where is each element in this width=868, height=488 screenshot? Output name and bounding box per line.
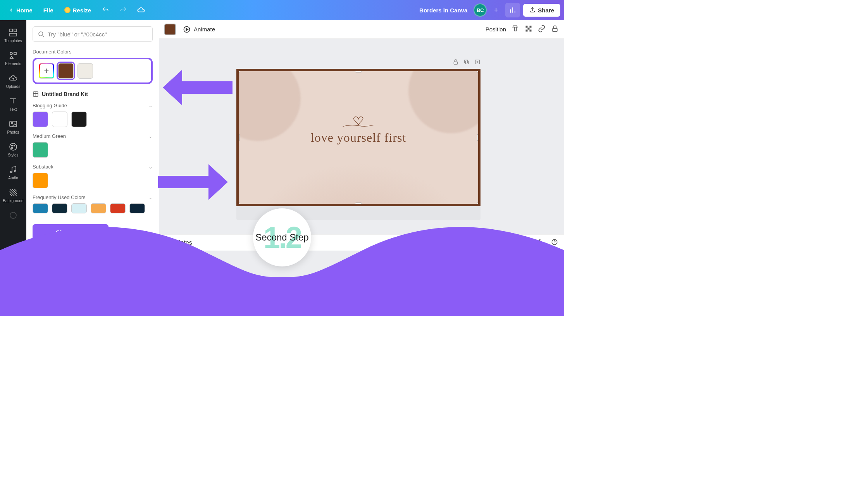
resize-handle[interactable] xyxy=(477,69,480,73)
svg-rect-26 xyxy=(465,60,468,63)
freq-swatch[interactable] xyxy=(91,203,106,213)
resize-handle[interactable] xyxy=(236,69,240,73)
svg-rect-24 xyxy=(454,62,457,64)
brand-kit-header[interactable]: Untitled Brand Kit xyxy=(33,91,153,97)
svg-point-6 xyxy=(11,122,13,124)
svg-point-3 xyxy=(10,52,12,55)
brand-kit-icon xyxy=(33,91,39,97)
search-icon xyxy=(38,31,45,38)
palette-swatch[interactable] xyxy=(33,142,48,158)
resize-handle[interactable] xyxy=(477,202,480,206)
redo-button[interactable] xyxy=(119,6,127,14)
animate-button[interactable]: Animate xyxy=(183,26,215,33)
resize-label: Resize xyxy=(73,7,91,14)
crown-icon xyxy=(64,7,71,13)
document-color-swatch[interactable] xyxy=(78,63,93,79)
rail-styles[interactable]: Styles xyxy=(0,138,26,161)
freq-swatch[interactable] xyxy=(110,203,126,213)
svg-rect-25 xyxy=(465,61,468,64)
notes-icon xyxy=(165,239,172,246)
palette-swatch[interactable] xyxy=(33,173,48,188)
link-icon[interactable] xyxy=(538,25,546,34)
selected-color-chip[interactable] xyxy=(164,24,176,35)
resize-handle[interactable] xyxy=(355,203,362,206)
svg-point-7 xyxy=(10,143,17,150)
svg-rect-23 xyxy=(553,28,557,31)
resize-handle[interactable] xyxy=(236,202,240,206)
resize-handle[interactable] xyxy=(355,69,362,72)
palette-swatch[interactable] xyxy=(71,112,87,127)
insights-button[interactable] xyxy=(505,3,520,17)
notes-label[interactable]: Notes xyxy=(176,239,192,246)
svg-rect-4 xyxy=(14,52,16,55)
svg-rect-20 xyxy=(528,28,530,30)
position-button[interactable]: Position xyxy=(486,26,506,33)
palette-swatch[interactable] xyxy=(33,112,48,127)
resize-button[interactable]: Resize xyxy=(60,4,96,17)
svg-rect-1 xyxy=(14,29,17,32)
help-icon[interactable] xyxy=(551,239,558,247)
freq-swatch[interactable] xyxy=(52,203,67,213)
transparency-icon[interactable] xyxy=(525,25,532,34)
palette-swatch[interactable] xyxy=(52,112,67,127)
svg-point-12 xyxy=(14,170,16,172)
rail-background[interactable]: Background xyxy=(0,184,26,207)
frequently-used-colors: Frequently Used Colors⌄ xyxy=(33,194,153,213)
svg-point-9 xyxy=(14,145,15,146)
document-title[interactable]: Borders in Canva xyxy=(419,7,467,14)
cloud-sync-icon[interactable] xyxy=(137,6,145,14)
rail-photos[interactable]: Photos xyxy=(0,115,26,138)
add-collaborator-button[interactable]: + xyxy=(490,4,502,16)
freq-swatch[interactable] xyxy=(71,203,87,213)
canvas-content[interactable]: love yourself first xyxy=(311,114,406,145)
document-colors-row: + xyxy=(33,58,153,84)
rail-audio[interactable]: Audio xyxy=(0,161,26,184)
canvas-text: love yourself first xyxy=(311,131,406,145)
add-color-button[interactable]: + xyxy=(39,63,54,79)
duplicate-page-icon[interactable] xyxy=(463,59,470,67)
grid-view-icon[interactable]: 1 xyxy=(525,239,532,247)
rail-text[interactable]: Text xyxy=(0,93,26,115)
svg-rect-18 xyxy=(526,26,528,28)
freq-swatch[interactable] xyxy=(33,203,48,213)
user-avatar[interactable]: BC xyxy=(474,3,487,17)
page-strip[interactable] xyxy=(236,206,480,220)
change-all-button[interactable]: Change all xyxy=(33,224,108,240)
share-button[interactable]: Share xyxy=(523,4,560,17)
lock-icon[interactable] xyxy=(551,25,559,34)
color-search-input[interactable]: Try "blue" or "#00c4cc" xyxy=(33,26,153,42)
chevron-down-icon[interactable]: ⌄ xyxy=(148,194,153,200)
file-menu[interactable]: File xyxy=(39,4,58,17)
document-color-swatch[interactable] xyxy=(58,63,74,79)
canvas-wrapper: love yourself first xyxy=(236,59,480,206)
copy-style-icon[interactable] xyxy=(512,25,519,34)
svg-rect-21 xyxy=(526,30,528,32)
context-toolbar: Animate Position xyxy=(159,20,564,39)
rail-elements[interactable]: Elements xyxy=(0,47,26,70)
palette-substack: Substack⌄ xyxy=(33,164,153,188)
undo-button[interactable] xyxy=(101,6,110,14)
chevron-down-icon[interactable]: ⌄ xyxy=(148,133,153,139)
freq-swatch[interactable] xyxy=(129,203,145,213)
chevron-down-icon[interactable]: ⌄ xyxy=(148,164,153,170)
rail-more[interactable] xyxy=(0,207,26,224)
chevron-down-icon[interactable]: ⌄ xyxy=(148,103,153,108)
add-page-icon[interactable] xyxy=(474,59,480,67)
home-button[interactable]: Home xyxy=(4,4,37,17)
palette-medium-green: Medium Green⌄ xyxy=(33,133,153,158)
svg-rect-19 xyxy=(530,26,532,28)
resize-handle[interactable] xyxy=(477,134,480,141)
rail-uploads[interactable]: Uploads xyxy=(0,70,26,93)
fullscreen-icon[interactable] xyxy=(538,239,545,247)
annotation-arrow-left xyxy=(163,70,232,105)
svg-text:1: 1 xyxy=(527,241,529,244)
lock-page-icon[interactable] xyxy=(453,59,459,67)
resize-handle[interactable] xyxy=(237,134,240,141)
share-label: Share xyxy=(538,7,554,14)
design-canvas[interactable]: love yourself first xyxy=(236,69,480,206)
rail-templates[interactable]: Templates xyxy=(0,24,26,47)
svg-rect-15 xyxy=(33,92,38,96)
palette-blogging-guide: Blogging Guide⌄ xyxy=(33,103,153,127)
home-label: Home xyxy=(16,7,33,14)
header-right-group: Borders in Canva BC + Share xyxy=(419,3,560,17)
